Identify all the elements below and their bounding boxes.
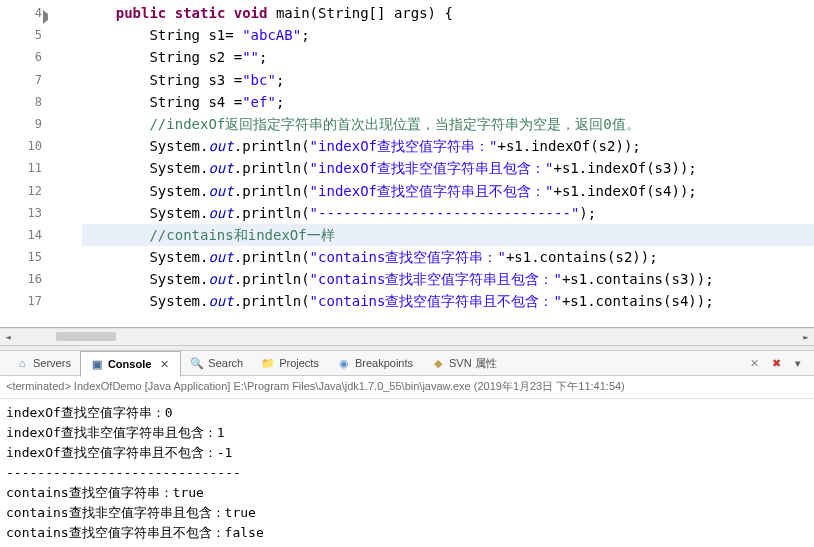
tab-label: SVN 属性 xyxy=(449,356,497,371)
remove-all-launches-button[interactable]: ✖ xyxy=(768,355,784,371)
tab-svn[interactable]: ◆ SVN 属性 xyxy=(422,351,506,375)
code-line[interactable]: String s3 ="bc"; xyxy=(82,69,814,91)
projects-icon: 📁 xyxy=(261,356,275,370)
code-line[interactable]: //contains和indexOf一样 xyxy=(82,224,814,246)
tab-projects[interactable]: 📁 Projects xyxy=(252,351,328,375)
code-area[interactable]: public static void main(String[] args) {… xyxy=(54,0,814,327)
tab-servers[interactable]: ⌂ Servers xyxy=(6,351,80,375)
scrollbar-track[interactable] xyxy=(16,329,798,345)
code-line[interactable]: String s2 =""; xyxy=(82,46,814,68)
code-line[interactable]: String s4 ="ef"; xyxy=(82,91,814,113)
line-number: 16 xyxy=(0,268,54,290)
tab-label: Projects xyxy=(279,357,319,369)
code-line[interactable]: System.out.println("indexOf查找空值字符串且不包含："… xyxy=(82,180,814,202)
line-number: 15 xyxy=(0,246,54,268)
code-line[interactable]: System.out.println("contains查找空值字符串且不包含：… xyxy=(82,290,814,312)
line-number: 14 xyxy=(0,224,54,246)
line-number: 10 xyxy=(0,135,54,157)
console-line: contains查找非空值字符串且包含：true xyxy=(6,503,808,523)
console-icon: ▣ xyxy=(90,357,104,371)
close-icon[interactable]: ✕ xyxy=(157,357,171,371)
tab-label: Servers xyxy=(33,357,71,369)
line-number: 7 xyxy=(0,69,54,91)
search-icon: 🔍 xyxy=(190,356,204,370)
console-line: contains查找空值字符串且不包含：false xyxy=(6,523,808,543)
console-line: indexOf查找空值字符串且不包含：-1 xyxy=(6,443,808,463)
view-menu-button[interactable]: ▾ xyxy=(790,355,806,371)
editor-pane: 4567891011121314151617 public static voi… xyxy=(0,0,814,328)
tab-label: Breakpoints xyxy=(355,357,413,369)
line-number: 11 xyxy=(0,157,54,179)
line-number: 9 xyxy=(0,113,54,135)
console-view: <terminated> IndexOfDemo [Java Applicati… xyxy=(0,376,814,547)
code-line[interactable]: public static void main(String[] args) { xyxy=(82,2,814,24)
scrollbar-thumb[interactable] xyxy=(56,332,116,341)
console-line: indexOf查找非空值字符串且包含：1 xyxy=(6,423,808,443)
code-line[interactable]: System.out.println("indexOf查找非空值字符串且包含："… xyxy=(82,157,814,179)
code-line[interactable]: System.out.println("--------------------… xyxy=(82,202,814,224)
breakpoints-icon: ◉ xyxy=(337,356,351,370)
line-number: 5 xyxy=(0,24,54,46)
line-number: 4 xyxy=(0,2,54,24)
line-number: 17 xyxy=(0,290,54,312)
code-line[interactable]: System.out.println("contains查找空值字符串："+s1… xyxy=(82,246,814,268)
tab-search[interactable]: 🔍 Search xyxy=(181,351,252,375)
remove-launch-button[interactable]: ✕ xyxy=(746,355,762,371)
line-number: 12 xyxy=(0,180,54,202)
view-toolbar: ✕ ✖ ▾ xyxy=(746,355,814,371)
tab-label: Console xyxy=(108,358,151,370)
console-line: ------------------------------ xyxy=(6,463,808,483)
tab-breakpoints[interactable]: ◉ Breakpoints xyxy=(328,351,422,375)
console-process-label: <terminated> IndexOfDemo [Java Applicati… xyxy=(0,376,814,399)
tab-console[interactable]: ▣ Console ✕ xyxy=(80,351,181,377)
code-line[interactable]: System.out.println("indexOf查找空值字符串："+s1.… xyxy=(82,135,814,157)
server-icon: ⌂ xyxy=(15,356,29,370)
line-number-gutter: 4567891011121314151617 xyxy=(0,0,54,327)
code-line[interactable]: //indexOf返回指定字符串的首次出现位置，当指定字符串为空是，返回0值。 xyxy=(82,113,814,135)
line-number: 6 xyxy=(0,46,54,68)
scroll-right-arrow-icon[interactable]: ► xyxy=(798,329,814,345)
code-line[interactable]: String s1= "abcAB"; xyxy=(82,24,814,46)
line-number: 8 xyxy=(0,91,54,113)
tab-label: Search xyxy=(208,357,243,369)
views-tabbar: ⌂ Servers ▣ Console ✕ 🔍 Search 📁 Project… xyxy=(0,351,814,376)
console-line: contains查找空值字符串：true xyxy=(6,483,808,503)
console-line: indexOf查找空值字符串：0 xyxy=(6,403,808,423)
code-line[interactable]: System.out.println("contains查找非空值字符串且包含：… xyxy=(82,268,814,290)
line-number: 13 xyxy=(0,202,54,224)
scroll-left-arrow-icon[interactable]: ◄ xyxy=(0,329,16,345)
console-output[interactable]: indexOf查找空值字符串：0indexOf查找非空值字符串且包含：1inde… xyxy=(0,399,814,547)
svn-icon: ◆ xyxy=(431,356,445,370)
editor-horizontal-scrollbar[interactable]: ◄ ► xyxy=(0,328,814,345)
